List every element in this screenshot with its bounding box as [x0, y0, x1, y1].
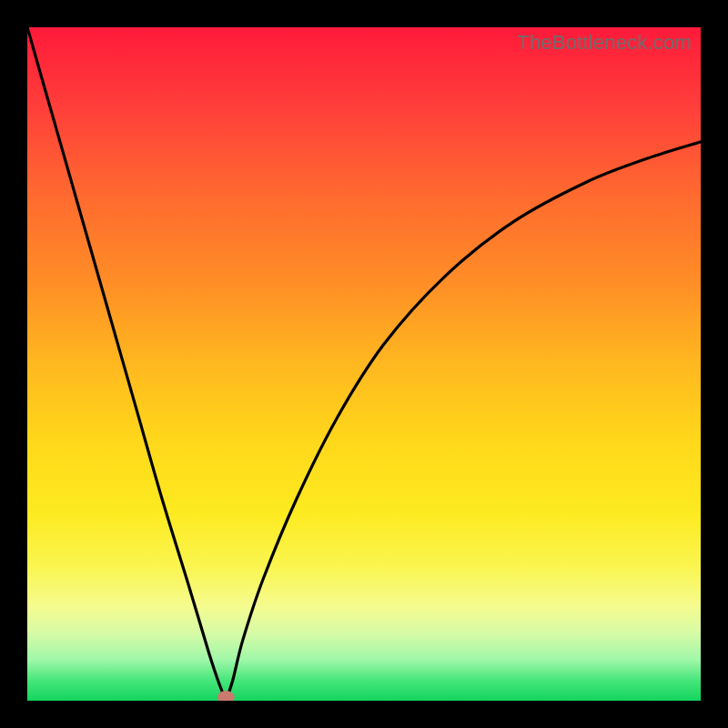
- watermark-text: TheBottleneck.com: [517, 31, 692, 55]
- bottleneck-curve: [27, 27, 701, 701]
- optimal-point-marker: [217, 692, 234, 702]
- chart-frame: TheBottleneck.com: [0, 0, 728, 728]
- curve-path: [27, 27, 701, 701]
- plot-area: TheBottleneck.com: [27, 27, 701, 701]
